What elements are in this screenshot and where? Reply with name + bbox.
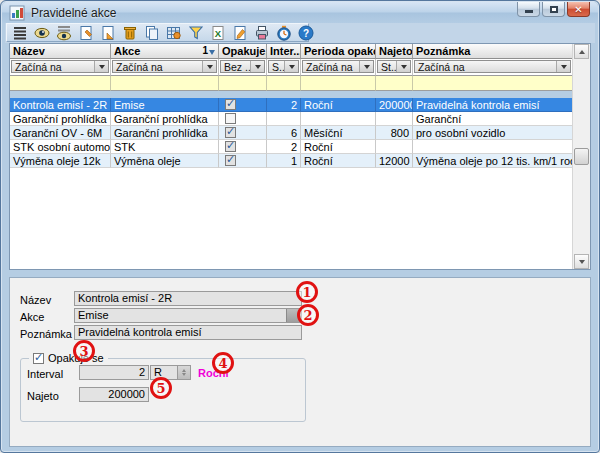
poznamka-field[interactable]: Pravidelná kontrola emisí — [74, 325, 302, 340]
copy-icon[interactable] — [144, 25, 160, 41]
app-icon — [9, 5, 25, 21]
chevron-down-icon — [364, 65, 370, 69]
sort-indicator: 1 — [202, 45, 215, 56]
filter-dropdown[interactable]: Začíná na — [414, 60, 571, 73]
edit-note-icon[interactable] — [232, 25, 248, 41]
nazev-field[interactable]: Kontrola emisí - 2R — [74, 291, 302, 306]
annotation-1: 1 — [296, 281, 318, 303]
close-icon: ✕ — [574, 4, 582, 15]
grid-filter-row: Začíná naZačíná naBez ...S...Začíná naSt… — [10, 59, 573, 76]
column-header[interactable]: Opakuje... — [219, 44, 267, 59]
row-checkbox[interactable] — [225, 141, 236, 152]
print-icon[interactable] — [254, 25, 270, 41]
edit-record-icon[interactable] — [100, 25, 116, 41]
column-header[interactable]: Akce1 — [111, 44, 219, 59]
sort-arrow-icon — [209, 50, 215, 55]
table-row[interactable]: Výměna oleje 12kVýměna oleje1Roční12000V… — [10, 154, 573, 168]
filter-input-cell[interactable] — [376, 76, 413, 91]
scrollbar-thumb[interactable] — [574, 148, 589, 165]
spinner-up-icon — [182, 369, 186, 372]
poznamka-label: Poznámka — [20, 328, 72, 340]
help-icon[interactable]: ? — [298, 25, 314, 41]
annotation-3: 3 — [73, 340, 95, 362]
chevron-down-icon — [207, 65, 213, 69]
view-icon[interactable] — [34, 25, 50, 41]
row-checkbox[interactable] — [225, 155, 236, 166]
table-row[interactable]: Garanční prohlídkaGaranční prohlídkaGara… — [10, 112, 573, 126]
filter-input-cell[interactable] — [413, 76, 573, 91]
filter-dropdown[interactable]: S... — [268, 60, 299, 73]
filter-icon[interactable] — [188, 25, 204, 41]
interval-field[interactable]: 2 — [79, 365, 149, 380]
interval-unit-spinner[interactable] — [178, 365, 191, 380]
table-row[interactable]: STK osobní automobilSTK2Roční — [10, 140, 573, 154]
window-title: Pravidelné akce — [31, 6, 116, 20]
svg-text:?: ? — [303, 27, 309, 38]
excel-export-icon[interactable]: X — [210, 25, 226, 41]
toolbar: X ? — [5, 23, 595, 43]
grid-gap — [10, 91, 573, 98]
column-header[interactable]: Název — [10, 44, 111, 59]
table-row[interactable]: Garanční OV - 6MGaranční prohlídka6Měsíč… — [10, 126, 573, 140]
table-row[interactable]: Kontrola emisí - 2REmise2Roční200000Prav… — [10, 98, 573, 112]
maximize-icon — [550, 6, 558, 13]
menu-icon[interactable] — [12, 25, 28, 41]
chevron-down-icon — [99, 65, 105, 69]
filter-dropdown[interactable]: Začíná na — [302, 60, 374, 73]
app-window: Pravidelné akce ✕ — [0, 0, 600, 453]
scroll-up-icon — [579, 50, 585, 54]
najeto-label: Najeto — [27, 390, 59, 402]
vertical-scrollbar[interactable] — [572, 44, 590, 269]
chevron-down-icon — [255, 65, 261, 69]
customize-grid-icon[interactable] — [166, 25, 182, 41]
title-bar[interactable]: Pravidelné akce ✕ — [2, 2, 598, 23]
svg-text:X: X — [215, 27, 222, 38]
grid-filter-input-row — [10, 76, 573, 91]
grid-rows: Kontrola emisí - 2REmise2Roční200000Prav… — [10, 98, 573, 168]
filter-input-cell[interactable] — [301, 76, 376, 91]
akce-combo[interactable]: Emise — [74, 308, 302, 323]
filter-input-cell[interactable] — [267, 76, 301, 91]
view-detail-icon[interactable] — [56, 25, 72, 41]
column-header[interactable]: Najeto — [376, 44, 413, 59]
akce-label: Akce — [20, 311, 44, 323]
filter-dropdown[interactable]: Začíná na — [11, 60, 109, 73]
filter-dropdown[interactable]: Bez ... — [220, 60, 265, 73]
filter-dropdown[interactable]: St... — [377, 60, 411, 73]
grid-header-row: NázevAkce1Opakuje...Inter...Perioda opak… — [10, 44, 573, 59]
detail-panel: Název Kontrola emisí - 2R Akce Emise Poz… — [9, 277, 591, 447]
records-grid: NázevAkce1Opakuje...Inter...Perioda opak… — [9, 43, 591, 270]
column-header[interactable]: Inter... — [267, 44, 301, 59]
nazev-label: Název — [20, 294, 51, 306]
row-checkbox[interactable] — [225, 99, 236, 110]
history-icon[interactable] — [276, 25, 292, 41]
akce-value: Emise — [78, 309, 109, 321]
interval-label: Interval — [27, 368, 63, 380]
column-header[interactable]: Poznámka — [413, 44, 573, 59]
annotation-4: 4 — [212, 352, 234, 374]
scroll-down-button[interactable] — [574, 254, 589, 269]
filter-input-cell[interactable] — [10, 76, 111, 91]
maximize-button[interactable] — [542, 2, 565, 17]
chevron-down-icon — [561, 65, 567, 69]
najeto-field[interactable]: 200000 — [79, 387, 149, 402]
filter-input-cell[interactable] — [111, 76, 219, 91]
scroll-up-button[interactable] — [574, 44, 589, 59]
row-checkbox[interactable] — [225, 127, 236, 138]
annotation-5: 5 — [150, 377, 172, 399]
filter-input-cell[interactable] — [219, 76, 267, 91]
delete-icon[interactable] — [122, 25, 138, 41]
annotation-2: 2 — [297, 304, 319, 326]
spinner-down-icon — [182, 373, 186, 376]
new-record-icon[interactable] — [78, 25, 94, 41]
minimize-button[interactable] — [517, 2, 540, 17]
scroll-down-icon — [579, 260, 585, 264]
minimize-icon — [525, 10, 533, 13]
toolbar-strip: X ? — [6, 23, 309, 42]
opakuje-se-checkbox[interactable] — [33, 353, 44, 364]
row-checkbox[interactable] — [225, 113, 236, 124]
close-button[interactable]: ✕ — [567, 2, 590, 17]
chevron-down-icon — [289, 65, 295, 69]
filter-dropdown[interactable]: Začíná na — [112, 60, 217, 73]
column-header[interactable]: Perioda opako... — [301, 44, 376, 59]
